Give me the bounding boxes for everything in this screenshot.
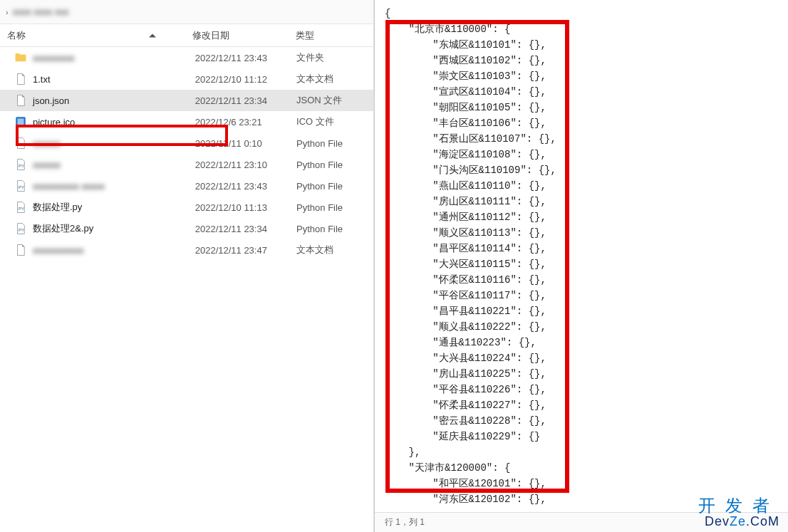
sort-ascending-icon	[149, 33, 156, 37]
editor-line: "门头沟区&110109": {},	[385, 162, 774, 178]
file-type: Python File	[296, 202, 373, 213]
editor-line: "东城区&110101": {},	[385, 37, 774, 53]
editor-line: "房山县&110225": {},	[385, 366, 774, 382]
svg-text:PY: PY	[19, 164, 24, 168]
file-name: 1.txt	[33, 74, 195, 85]
breadcrumb-back-icon: ›	[6, 8, 9, 16]
editor-line: "昌平县&110221": {},	[385, 303, 774, 319]
editor-line: },	[385, 444, 774, 460]
file-name: xxxxxx	[33, 138, 195, 149]
column-header-date[interactable]: 修改日期	[185, 24, 289, 46]
editor-line: "顺义区&110113": {},	[385, 225, 774, 241]
editor-line: "天津市&120000": {	[385, 460, 774, 476]
editor-line: "顺义县&110222": {},	[385, 319, 774, 335]
editor-line: "丰台区&110106": {},	[385, 115, 774, 131]
editor-line: "石景山区&110107": {},	[385, 131, 774, 147]
svg-rect-1	[18, 119, 24, 125]
file-date: 2022/12/11 23:47	[195, 245, 296, 256]
file-name: xxxxxxxxxx xxxxx	[33, 181, 195, 192]
file-row[interactable]: json.json2022/12/11 23:34JSON 文件	[0, 90, 373, 111]
file-type: ICO 文件	[296, 115, 373, 128]
column-header-type[interactable]: 类型	[289, 24, 367, 46]
file-date: 2022/12/11 23:34	[195, 224, 296, 234]
file-type: 文本文档	[296, 73, 373, 85]
txt-icon	[14, 244, 27, 256]
editor-line: "通县&110223": {},	[385, 335, 774, 350]
editor-line: "燕山区&110110": {},	[385, 178, 774, 194]
editor-content[interactable]: { "北京市&110000": { "东城区&110101": {}, "西城区…	[375, 0, 788, 512]
file-type: Python File	[296, 160, 373, 170]
txt-icon	[14, 73, 27, 85]
file-name: xxxxxxxxx	[33, 53, 195, 63]
editor-line: "房山区&110111": {},	[385, 194, 774, 209]
file-date: 2022/12/11 23:43	[195, 53, 296, 63]
file-name: 数据处理2&.py	[33, 222, 195, 235]
file-row[interactable]: xxxxxxxxx2022/12/11 23:43文件夹	[0, 47, 373, 68]
editor-line: "通州区&110112": {},	[385, 209, 774, 225]
file-explorer: › xxxx xxxx xxx 名称 修改日期 类型 xxxxxxxxx2022…	[0, 0, 374, 532]
editor-line: "密云县&110228": {},	[385, 413, 774, 429]
file-date: 2022/12/11 23:10	[195, 160, 296, 170]
editor-line: "延庆县&110229": {}	[385, 429, 774, 444]
file-name: picture.ico	[33, 117, 195, 127]
file-date: 2022/12/11 0:10	[195, 138, 296, 149]
py-icon: PY	[14, 137, 27, 150]
editor-line: "怀柔县&110227": {},	[385, 397, 774, 413]
file-type: 文件夹	[296, 51, 373, 64]
editor-line: "宣武区&110104": {},	[385, 84, 774, 100]
py-icon: PY	[14, 201, 27, 214]
file-list[interactable]: xxxxxxxxx2022/12/11 23:43文件夹1.txt2022/12…	[0, 47, 373, 532]
editor-line: "怀柔区&110116": {},	[385, 272, 774, 288]
cursor-position: 行 1，列 1	[385, 516, 425, 528]
column-header-date-label: 修改日期	[192, 29, 229, 42]
file-row[interactable]: xxxxxxxxxxx2022/12/11 23:47文本文档	[0, 239, 373, 261]
file-name: json.json	[33, 95, 195, 106]
file-row[interactable]: PY数据处理.py2022/12/10 11:13Python File	[0, 197, 373, 218]
text-editor: { "北京市&110000": { "东城区&110101": {}, "西城区…	[374, 0, 788, 532]
breadcrumb[interactable]: › xxxx xxxx xxx	[0, 0, 373, 24]
file-date: 2022/12/10 11:13	[195, 202, 296, 213]
file-type: 文本文档	[296, 244, 373, 256]
file-date: 2022/12/11 23:43	[195, 181, 296, 192]
file-type: Python File	[296, 224, 373, 234]
file-row[interactable]: PYxxxxxxxxxx xxxxx2022/12/11 23:43Python…	[0, 175, 373, 197]
file-date: 2022/12/10 11:12	[195, 74, 296, 85]
editor-line: "大兴区&110115": {},	[385, 256, 774, 272]
editor-line: "崇文区&110103": {},	[385, 68, 774, 84]
editor-line: "昌平区&110114": {},	[385, 241, 774, 256]
file-name: 数据处理.py	[33, 201, 195, 214]
file-name: xxxxxx	[33, 160, 195, 170]
column-header-name-label: 名称	[7, 29, 26, 42]
file-row[interactable]: picture.ico2022/12/6 23:21ICO 文件	[0, 111, 373, 132]
svg-text:PY: PY	[19, 142, 24, 147]
svg-text:PY: PY	[19, 228, 24, 232]
py-icon: PY	[14, 158, 27, 171]
editor-line: "北京市&110000": {	[385, 21, 774, 37]
file-date: 2022/12/11 23:34	[195, 95, 296, 106]
editor-line: "和平区&120101": {},	[385, 476, 774, 491]
file-row[interactable]: PYxxxxxx2022/12/11 0:10Python File	[0, 132, 373, 154]
editor-line: "大兴县&110224": {},	[385, 350, 774, 366]
file-row[interactable]: 1.txt2022/12/10 11:12文本文档	[0, 68, 373, 90]
columns-header: 名称 修改日期 类型	[0, 24, 373, 47]
ico-icon	[14, 115, 27, 128]
breadcrumb-segment[interactable]: xxxx xxxx xxx	[13, 6, 69, 17]
svg-text:PY: PY	[19, 185, 24, 189]
file-row[interactable]: PY数据处理2&.py2022/12/11 23:34Python File	[0, 218, 373, 239]
folder-icon	[14, 51, 27, 64]
svg-text:PY: PY	[19, 207, 24, 211]
file-type: JSON 文件	[296, 94, 373, 107]
txt-icon	[14, 94, 27, 107]
editor-line: "河东区&120102": {},	[385, 491, 774, 507]
editor-line: "平谷县&110226": {},	[385, 382, 774, 397]
file-type: Python File	[296, 181, 373, 192]
py-icon: PY	[14, 222, 27, 235]
editor-line: "平谷区&110117": {},	[385, 288, 774, 303]
column-header-name[interactable]: 名称	[0, 24, 185, 46]
file-date: 2022/12/6 23:21	[195, 117, 296, 127]
editor-line: "西城区&110102": {},	[385, 53, 774, 68]
py-icon: PY	[14, 179, 27, 192]
file-row[interactable]: PYxxxxxx2022/12/11 23:10Python File	[0, 154, 373, 175]
column-header-type-label: 类型	[296, 29, 314, 42]
file-name: xxxxxxxxxxx	[33, 245, 195, 256]
